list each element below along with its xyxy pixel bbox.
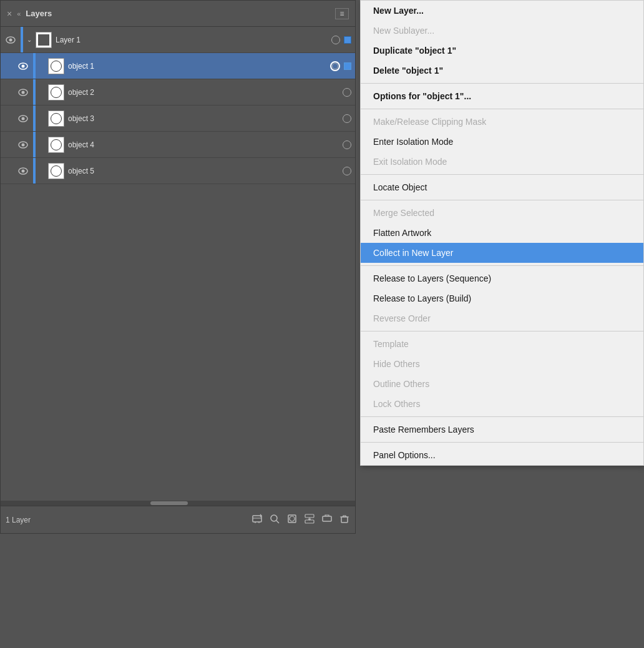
layer-name: Layer 1	[56, 36, 331, 44]
layer-thumbnail	[48, 58, 64, 74]
thumb-circle	[51, 87, 62, 98]
menu-item-exit-isolation: Exit Isolation Mode	[361, 152, 643, 172]
layer-row[interactable]: object 2	[1, 79, 355, 106]
menu-item-hide-others: Hide Others	[361, 354, 643, 374]
layer-color-bar	[33, 132, 36, 157]
layer-thumbnail	[36, 32, 52, 48]
target-circle[interactable]	[343, 140, 351, 149]
menu-separator	[361, 265, 643, 266]
menu-separator	[361, 174, 643, 175]
menu-item-panel-options[interactable]: Panel Options...	[361, 445, 643, 465]
thumb-circle	[51, 139, 62, 150]
layers-panel: × « Layers ⌄ Layer 1	[0, 0, 356, 534]
svg-rect-17	[305, 514, 314, 518]
thumb-circle	[51, 165, 62, 177]
menu-item-release-sequence[interactable]: Release to Layers (Sequence)	[361, 268, 643, 288]
target-circle[interactable]	[343, 114, 351, 123]
menu-item-collect-new-layer[interactable]: Collect in New Layer	[361, 243, 643, 263]
menu-item-lock-others: Lock Others	[361, 394, 643, 414]
menu-item-delete[interactable]: Delete "object 1"	[361, 61, 643, 81]
target-circle[interactable]	[343, 167, 351, 175]
menu-separator	[361, 200, 643, 200]
svg-point-5	[22, 91, 25, 94]
layer-row[interactable]: object 1	[1, 53, 355, 79]
menu-item-flatten-artwork[interactable]: Flatten Artwork	[361, 223, 643, 243]
layer-thumbnail	[48, 163, 64, 179]
svg-point-7	[22, 117, 25, 120]
target-circle-targeted[interactable]	[330, 61, 340, 71]
layer-count-label: 1 Layer	[6, 516, 31, 524]
visibility-icon[interactable]	[13, 62, 33, 70]
menu-item-duplicate[interactable]: Duplicate "object 1"	[361, 41, 643, 61]
panel-footer: 1 Layer	[1, 506, 355, 533]
visibility-icon[interactable]	[1, 36, 21, 44]
layer-color-bar	[33, 53, 36, 79]
layer-color-box	[344, 62, 351, 70]
svg-line-14	[276, 521, 279, 523]
menu-separator	[361, 442, 643, 443]
panel-header: × « Layers	[1, 1, 355, 27]
collect-icon[interactable]	[321, 513, 333, 527]
layer-color-box	[344, 36, 351, 44]
menu-item-release-build[interactable]: Release to Layers (Build)	[361, 288, 643, 308]
new-layer-icon[interactable]	[251, 513, 263, 527]
layer-name: object 5	[68, 167, 343, 175]
svg-point-13	[271, 515, 277, 521]
panel-menu-button[interactable]	[335, 8, 349, 19]
footer-icons	[251, 513, 350, 527]
menu-separator	[361, 109, 643, 109]
make-clipping-icon[interactable]	[286, 513, 298, 527]
visibility-icon[interactable]	[13, 89, 33, 96]
layer-row[interactable]: object 3	[1, 106, 355, 132]
menu-item-locate-object[interactable]: Locate Object	[361, 177, 643, 197]
layer-row[interactable]: object 5	[1, 158, 355, 184]
delete-icon[interactable]	[339, 513, 350, 527]
close-icon[interactable]: ×	[7, 9, 12, 19]
menu-item-new-layer[interactable]: New Layer...	[361, 1, 643, 21]
layer-thumbnail	[48, 84, 64, 101]
svg-rect-19	[323, 516, 331, 521]
thumb-square	[38, 34, 49, 46]
layer-name: object 3	[68, 114, 343, 123]
release-icon[interactable]	[304, 513, 315, 527]
svg-rect-20	[341, 517, 348, 523]
layer-color-bar	[33, 158, 36, 184]
expand-arrow[interactable]: ⌄	[23, 36, 36, 43]
target-circle[interactable]	[331, 36, 340, 44]
search-icon[interactable]	[269, 513, 280, 527]
close-icon-area: × «	[7, 9, 21, 19]
layer-name: object 1	[68, 62, 330, 71]
svg-point-16	[290, 516, 295, 521]
panel-header-left: × « Layers	[7, 9, 52, 19]
visibility-icon[interactable]	[13, 115, 33, 122]
layer-color-bar	[33, 106, 36, 131]
menu-item-outline-others: Outline Others	[361, 374, 643, 394]
menu-separator	[361, 416, 643, 417]
menu-item-enter-isolation[interactable]: Enter Isolation Mode	[361, 132, 643, 152]
thumb-circle	[51, 113, 62, 124]
menu-item-merge-selected: Merge Selected	[361, 203, 643, 223]
panel-scrollbar[interactable]	[1, 501, 355, 506]
thumb-circle	[51, 61, 62, 72]
context-menu: New Layer... New Sublayer... Duplicate "…	[360, 0, 644, 466]
layer-row[interactable]: ⌄ Layer 1	[1, 27, 355, 53]
panel-title: Layers	[26, 9, 52, 18]
menu-item-reverse-order: Reverse Order	[361, 308, 643, 328]
menu-item-paste-remembers[interactable]: Paste Remembers Layers	[361, 420, 643, 439]
target-circle[interactable]	[343, 88, 351, 97]
menu-separator	[361, 331, 643, 331]
menu-item-options[interactable]: Options for "object 1"...	[361, 86, 643, 106]
svg-point-9	[22, 143, 25, 146]
collapse-icon[interactable]: «	[17, 10, 21, 17]
svg-point-1	[9, 38, 12, 41]
layer-thumbnail	[48, 110, 64, 127]
layer-name: object 4	[68, 140, 343, 149]
layer-color-bar	[33, 79, 36, 105]
layer-thumbnail	[48, 137, 64, 153]
visibility-icon[interactable]	[13, 141, 33, 149]
layer-row[interactable]: object 4	[1, 132, 355, 158]
scrollbar-thumb[interactable]	[150, 501, 188, 505]
menu-item-template: Template	[361, 334, 643, 354]
layers-list: ⌄ Layer 1 object 1	[1, 27, 355, 501]
visibility-icon[interactable]	[13, 167, 33, 175]
